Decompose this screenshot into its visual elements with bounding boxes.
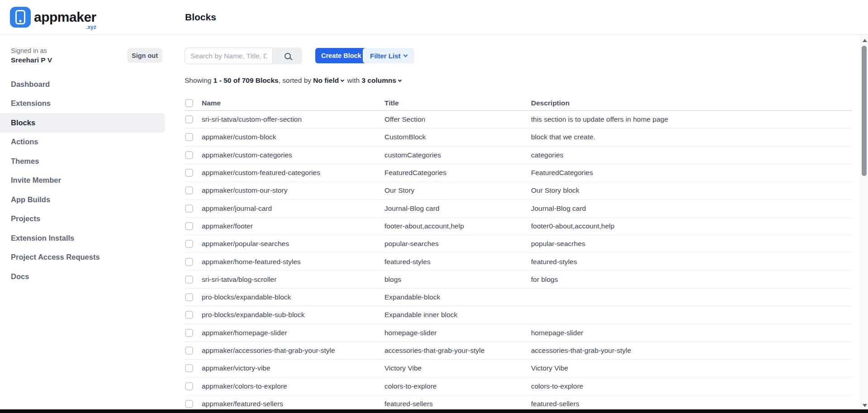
search-group	[185, 47, 302, 64]
results-summary: Showing 1 - 50 of 709 Blocks, sorted by …	[185, 76, 403, 85]
row-checkbox[interactable]	[185, 115, 193, 123]
search-button[interactable]	[273, 47, 302, 64]
signed-in-label: Signed in as	[11, 47, 47, 54]
table-row[interactable]: appmaker/custom-categories customCategor…	[185, 147, 852, 164]
table-row[interactable]: appmaker/custom-block CustomBlock block …	[185, 128, 852, 146]
table-row[interactable]: appmaker/journal-card Journal-Blog card …	[185, 199, 852, 217]
page-title: Blocks	[185, 12, 216, 23]
row-checkbox[interactable]	[185, 364, 193, 372]
table-row[interactable]: appmaker/home-featured-styles featured-s…	[185, 253, 852, 271]
bottom-edge-bar	[0, 409, 868, 413]
table-row[interactable]: appmaker/custom-our-story Our Story Our …	[185, 182, 852, 199]
cell-title: Expandable-block	[384, 293, 531, 301]
cell-description: block that we create.	[531, 133, 852, 141]
table-row[interactable]: pro-blocks/expandable-sub-block Expandab…	[185, 306, 852, 324]
scroll-up-arrow-icon[interactable]	[863, 39, 867, 42]
brand-logo[interactable]: appmaker .xyz	[10, 7, 96, 28]
filter-list-label: Filter List	[370, 52, 401, 60]
cell-description: footer0-about,account,help	[531, 222, 852, 230]
table-row[interactable]: appmaker/colors-to-explore colors-to-exp…	[185, 377, 852, 395]
row-checkbox[interactable]	[185, 293, 193, 301]
row-checkbox[interactable]	[185, 169, 193, 177]
table-row[interactable]: appmaker/popular-searches popular-search…	[185, 235, 852, 253]
cell-name: appmaker/popular-searches	[202, 240, 384, 248]
table-row[interactable]: appmaker/accessories-that-grab-your-styl…	[185, 342, 852, 360]
cell-title: colors-to-explore	[384, 382, 531, 390]
row-checkbox[interactable]	[185, 275, 193, 284]
magnifier-icon	[285, 53, 291, 59]
cell-title: homepage-slider	[384, 329, 531, 337]
sort-field-dropdown[interactable]: No field	[313, 76, 345, 84]
row-checkbox[interactable]	[185, 133, 193, 141]
cell-title: customCategories	[384, 151, 531, 159]
table-row[interactable]: appmaker/victory-vibe Victory Vibe Victo…	[185, 360, 852, 377]
table-row[interactable]: pro-blocks/expandable-block Expandable-b…	[185, 289, 852, 306]
cell-title: CustomBlock	[384, 133, 531, 141]
cell-description: categories	[531, 151, 852, 159]
sidebar-item-docs[interactable]: Docs	[0, 267, 165, 286]
row-checkbox[interactable]	[185, 400, 193, 408]
sidebar-item-projects[interactable]: Projects	[0, 209, 165, 229]
cell-description: popular-seacrhes	[531, 240, 852, 248]
table-header-row: Name Title Description	[185, 95, 852, 111]
user-name: Sreehari P V	[11, 56, 52, 64]
sidebar-item-actions[interactable]: Actions	[0, 133, 165, 152]
cell-description: featured-sellers	[531, 400, 852, 408]
sidebar-item-themes[interactable]: Themes	[0, 152, 165, 171]
cell-name: appmaker/journal-card	[202, 204, 384, 213]
vertical-scrollbar[interactable]	[860, 35, 868, 413]
sidebar-item-extensions[interactable]: Extensions	[0, 94, 165, 114]
cell-description: for blogs	[531, 275, 852, 284]
table-row[interactable]: appmaker/custom-featured-categories Feat…	[185, 164, 852, 182]
cell-title: footer-about,account,help	[384, 222, 531, 230]
table-row[interactable]: sri-sri-tatva/custom-offer-section Offer…	[185, 111, 852, 128]
sidebar-item-invite-member[interactable]: Invite Member	[0, 171, 165, 190]
cell-description: Journal-Blog card	[531, 204, 852, 213]
blocks-table: Name Title Description sri-sri-tatva/cus…	[185, 95, 852, 413]
scroll-down-arrow-icon[interactable]	[863, 404, 867, 407]
sidebar-item-app-builds[interactable]: App Builds	[0, 190, 165, 209]
sidebar-item-blocks[interactable]: Blocks	[0, 113, 165, 133]
cell-description: Our Story block	[531, 186, 852, 195]
cell-name: appmaker/footer	[202, 222, 384, 230]
table-row[interactable]: sri-sri-tatva/blog-scroller blogs for bl…	[185, 271, 852, 289]
row-checkbox[interactable]	[185, 204, 193, 213]
cell-name: appmaker/custom-block	[202, 133, 384, 141]
sorted-by-label: , sorted by	[279, 76, 311, 84]
sidebar-item-project-access-requests[interactable]: Project Access Requests	[0, 248, 165, 267]
row-checkbox[interactable]	[185, 258, 193, 266]
cell-title: Journal-Blog card	[384, 204, 531, 213]
row-checkbox[interactable]	[185, 382, 193, 390]
sidebar-item-dashboard[interactable]: Dashboard	[0, 75, 165, 94]
row-checkbox[interactable]	[185, 222, 193, 230]
column-header-name: Name	[202, 99, 384, 107]
column-header-title: Title	[384, 99, 531, 107]
cell-name: appmaker/homepage-slider	[202, 329, 384, 337]
row-checkbox[interactable]	[185, 347, 193, 355]
cell-name: appmaker/custom-categories	[202, 151, 384, 159]
row-checkbox[interactable]	[185, 329, 193, 337]
cell-name: appmaker/custom-featured-categories	[202, 169, 384, 177]
sidebar-item-extension-installs[interactable]: Extension Installs	[0, 228, 165, 248]
table-row[interactable]: appmaker/homepage-slider homepage-slider…	[185, 324, 852, 342]
cell-description: featured-styles	[531, 258, 852, 266]
row-checkbox[interactable]	[185, 311, 193, 319]
create-block-button[interactable]: Create Block	[315, 48, 367, 63]
row-checkbox[interactable]	[185, 240, 193, 248]
table-row[interactable]: appmaker/footer footer-about,account,hel…	[185, 218, 852, 235]
select-all-checkbox[interactable]	[185, 99, 193, 107]
cell-title: Our Story	[384, 186, 531, 195]
cell-name: appmaker/victory-vibe	[202, 364, 384, 372]
cell-description: this section is to update offers in home…	[531, 115, 852, 123]
cell-title: featured-sellers	[384, 400, 531, 408]
search-input[interactable]	[185, 47, 273, 64]
columns-dropdown[interactable]: 3 columns	[361, 76, 403, 84]
scrollbar-thumb[interactable]	[862, 46, 867, 176]
cell-title: Expandable inner block	[384, 311, 531, 319]
row-checkbox[interactable]	[185, 186, 193, 195]
filter-list-button[interactable]: Filter List	[363, 48, 414, 63]
cell-title: accessories-that-grab-your-style	[384, 347, 531, 355]
sign-out-button[interactable]: Sign out	[127, 48, 162, 63]
row-checkbox[interactable]	[185, 151, 193, 159]
cell-title: Victory Vibe	[384, 364, 531, 372]
